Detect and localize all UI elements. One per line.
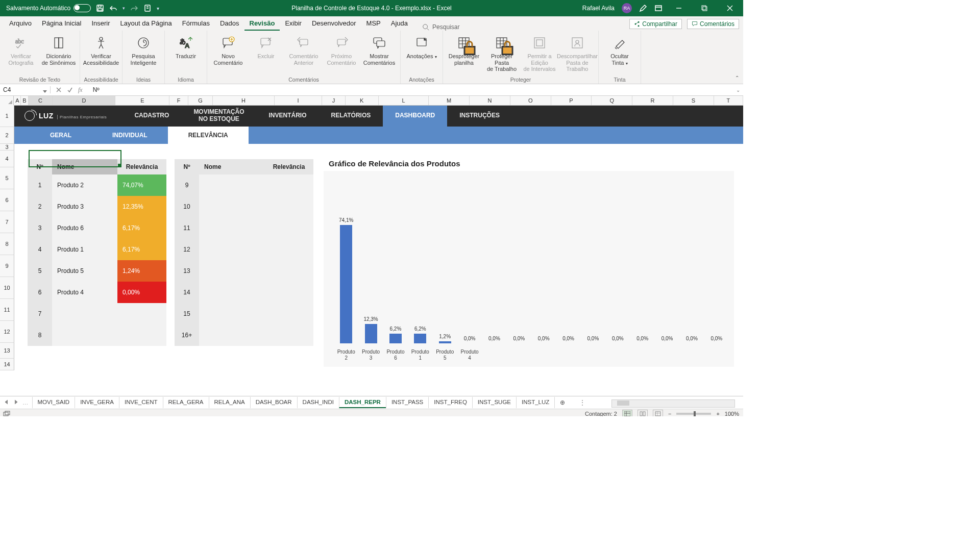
enter-fx-icon[interactable]	[67, 87, 73, 93]
nav-item[interactable]: INVENTÁRIO	[256, 105, 318, 127]
sheet-tab[interactable]: INST_FREQ	[428, 397, 473, 408]
sheet-tab[interactable]: DASH_BOAR	[250, 397, 298, 408]
close-button[interactable]	[721, 0, 739, 16]
new-comment-button[interactable]: NovoComentário	[210, 33, 246, 66]
td-idx[interactable]: 10	[175, 196, 199, 217]
td-idx[interactable]: 9	[175, 174, 199, 196]
user-name[interactable]: Rafael Avila	[582, 5, 615, 12]
select-all-corner[interactable]	[0, 96, 14, 105]
view-page-layout-button[interactable]	[638, 410, 648, 416]
column-header[interactable]: E	[115, 96, 169, 105]
unprotect-sheet-button[interactable]: Desprotegerplanilha	[446, 33, 482, 66]
tab-msp[interactable]: MSP	[361, 16, 386, 31]
row-header[interactable]: 14	[0, 359, 14, 370]
column-header[interactable]: Q	[592, 96, 632, 105]
td-name[interactable]	[199, 217, 264, 239]
column-header[interactable]: A	[14, 96, 21, 105]
column-header[interactable]: S	[673, 96, 714, 105]
td-name[interactable]: Produto 3	[52, 196, 117, 217]
td-idx[interactable]: 13	[175, 260, 199, 282]
td-rel[interactable]: 6,17%	[117, 217, 166, 239]
collapse-ribbon-icon[interactable]: ⌃	[735, 75, 739, 81]
td-rel[interactable]	[117, 324, 166, 346]
column-header[interactable]: B	[21, 96, 28, 105]
column-header[interactable]: R	[632, 96, 673, 105]
protect-workbook-button[interactable]: Proteger Pastade Trabalho	[484, 33, 520, 72]
column-header[interactable]: H	[213, 96, 275, 105]
notes-button[interactable]: Anotações ▾	[404, 33, 439, 60]
td-name[interactable]	[199, 282, 264, 303]
sheet-tab[interactable]: MOVI_SAID	[32, 397, 76, 408]
formula-input[interactable]: Nº	[88, 86, 733, 93]
nav-item[interactable]: INSTRUÇÕES	[447, 105, 512, 127]
column-header[interactable]: T	[714, 96, 743, 105]
column-header[interactable]: J	[322, 96, 346, 105]
td-idx[interactable]: 4	[28, 239, 52, 260]
nav-item[interactable]: DASHBOARD	[383, 105, 447, 127]
name-box[interactable]: C4	[0, 86, 51, 93]
row-header[interactable]: 2	[0, 127, 14, 144]
sheet-tab[interactable]: INST_LUZ	[516, 397, 555, 408]
td-name[interactable]	[199, 239, 264, 260]
column-header[interactable]: N	[470, 96, 510, 105]
td-rel[interactable]	[264, 303, 313, 324]
qat-customize-icon[interactable]: ▾	[157, 6, 159, 11]
tabs-scroll-right-icon[interactable]	[13, 399, 18, 405]
sheet-tab[interactable]: DASH_REPR	[339, 397, 386, 408]
td-name[interactable]: Produto 2	[52, 174, 117, 196]
td-rel[interactable]	[264, 217, 313, 239]
td-rel[interactable]	[264, 196, 313, 217]
translate-button[interactable]: あATraduzir	[168, 33, 204, 60]
column-header[interactable]: P	[551, 96, 592, 105]
minimize-button[interactable]	[670, 0, 688, 16]
column-header[interactable]: M	[429, 96, 470, 105]
formula-expand-icon[interactable]: ⌄	[733, 87, 743, 93]
td-rel[interactable]	[264, 282, 313, 303]
autosave-toggle[interactable]	[74, 4, 91, 12]
new-sheet-button[interactable]: ⊕	[555, 399, 570, 406]
column-header[interactable]: G	[188, 96, 213, 105]
sheet-tab[interactable]: INVE_GERA	[75, 397, 119, 408]
row-header[interactable]: 12	[0, 321, 14, 343]
maximize-button[interactable]	[695, 0, 714, 16]
td-name[interactable]	[52, 303, 117, 324]
view-page-break-button[interactable]	[653, 410, 663, 416]
zoom-in-button[interactable]: +	[716, 411, 719, 416]
accessibility-button[interactable]: VerificarAcessibilidade	[83, 33, 119, 66]
macro-record-icon[interactable]	[3, 411, 10, 416]
td-idx[interactable]: 6	[28, 282, 52, 303]
td-idx[interactable]: 16+	[175, 324, 199, 346]
undo-icon[interactable]	[109, 4, 117, 12]
zoom-out-button[interactable]: −	[668, 411, 671, 416]
column-header[interactable]: C	[29, 96, 53, 105]
subnav-item[interactable]: GERAL	[30, 127, 92, 144]
td-name[interactable]: Produto 1	[52, 239, 117, 260]
hide-ink-button[interactable]: OcultarTinta ▾	[602, 33, 638, 66]
td-rel[interactable]: 74,07%	[117, 174, 166, 196]
column-header[interactable]: K	[346, 96, 379, 105]
sheet-tab[interactable]: DASH_INDI	[297, 397, 339, 408]
fx-label[interactable]: fx	[78, 86, 83, 94]
column-header[interactable]: O	[510, 96, 551, 105]
td-rel[interactable]: 12,35%	[117, 196, 166, 217]
td-name[interactable]	[199, 324, 264, 346]
tab-file[interactable]: Arquivo	[4, 16, 37, 31]
nav-item[interactable]: MOVIMENTAÇÃONO ESTOQUE	[181, 105, 256, 127]
td-idx[interactable]: 5	[28, 260, 52, 282]
column-header[interactable]: D	[53, 96, 115, 105]
pen-icon[interactable]	[639, 4, 647, 12]
row-header[interactable]: 6	[0, 189, 14, 211]
comments-button[interactable]: Comentários	[687, 19, 739, 29]
ribbon-display-icon[interactable]	[654, 4, 663, 12]
td-idx[interactable]: 1	[28, 174, 52, 196]
td-name[interactable]	[199, 174, 264, 196]
row-header[interactable]: 10	[0, 277, 14, 299]
show-comments-button[interactable]: MostrarComentários	[361, 33, 397, 66]
row-header[interactable]: 1	[0, 105, 14, 127]
td-name[interactable]	[199, 303, 264, 324]
nav-item[interactable]: CADASTRO	[122, 105, 181, 127]
sheet-tab[interactable]: RELA_ANA	[209, 397, 251, 408]
td-idx[interactable]: 14	[175, 282, 199, 303]
sheet-tab[interactable]: INST_PASS	[386, 397, 429, 408]
td-idx[interactable]: 2	[28, 196, 52, 217]
